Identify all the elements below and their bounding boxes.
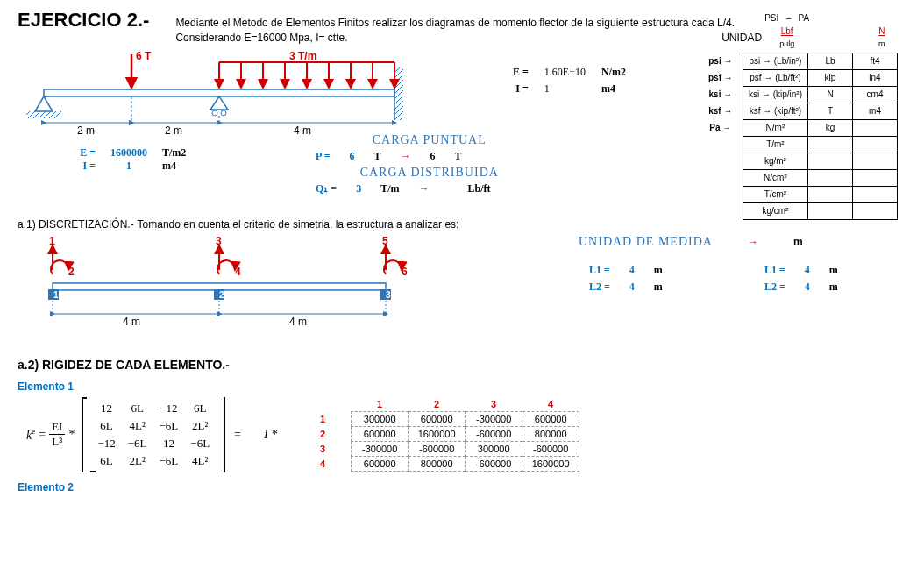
svg-rect-22 [53, 283, 386, 290]
material-inputs: E = 1600000 T/m2 I = 1 m4 [75, 146, 197, 173]
disc-span-1: 4 m [123, 316, 140, 328]
svg-text:2: 2 [219, 290, 224, 300]
dist-load-label: 3 T/m [289, 50, 316, 62]
dof-3: 3 [216, 235, 222, 247]
unidad-medida-val: m [793, 236, 803, 248]
svg-rect-1 [26, 111, 61, 118]
params-table: E =1.60E+10N/m2 I =1m4 [504, 63, 635, 98]
numeric-matrix: 1234 1300000600000-300000600000 26000001… [295, 397, 579, 472]
dof-2: 2 [68, 266, 75, 278]
dof-4: 4 [235, 266, 241, 278]
dof-6: 6 [402, 266, 408, 278]
span-2: 2 m [165, 124, 182, 137]
svg-point-3 [221, 110, 226, 116]
lengths-2: L1 =4m L2 =4m [754, 261, 849, 296]
units-block: PSI – PA LbfN pulgm psi →psi → (Lb/in²)L… [699, 11, 898, 220]
point-load-label: 6 T [136, 50, 151, 62]
section-a2-title: a.2) RIGIDEZ DE CADA ELEMENTO.- [18, 358, 906, 372]
elemento-1-label: Elemento 1 [18, 380, 906, 393]
svg-text:1: 1 [53, 290, 59, 300]
unidad-medida-label: UNIDAD DE MEDIDA [579, 235, 713, 249]
span-1: 2 m [77, 124, 95, 137]
lengths-1: L1 =4m L2 =4m [579, 261, 673, 296]
stiffness-matrix-area: ke = EIL³ * 126L−126L 6L4L²−6L2L² −12−6L… [26, 397, 906, 472]
svg-rect-4 [394, 67, 403, 120]
exercise-description: Mediante el Metodo de Elementos Finitos … [175, 16, 762, 46]
dof-1: 1 [49, 235, 55, 247]
exercise-title: EJERCICIO 2.- [18, 9, 149, 32]
discretization-diagram: 1 2 3 [18, 235, 421, 331]
svg-text:3: 3 [386, 290, 391, 300]
units-conversion-table: psi →psi → (Lb/in²)Lbft4 psf →psf → (Lb/… [699, 53, 898, 220]
elemento-2-label: Elemento 2 [18, 481, 906, 494]
load-table: CARGA PUNTUAL P =6T →6T CARGA DISTRIBUID… [305, 133, 501, 198]
disc-span-2: 4 m [289, 316, 307, 328]
svg-point-2 [212, 110, 217, 116]
dof-5: 5 [382, 235, 388, 247]
arrow-icon: → [748, 236, 758, 248]
